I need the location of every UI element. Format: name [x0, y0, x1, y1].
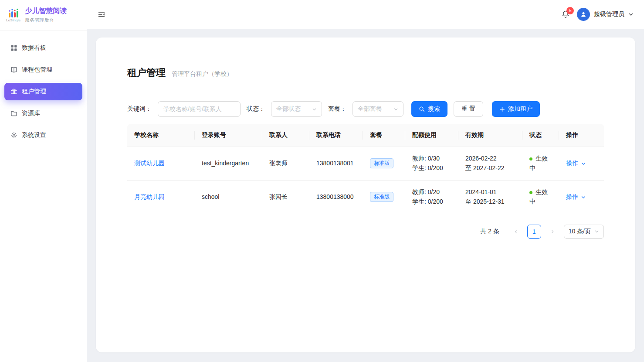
- gear-icon: [10, 132, 17, 139]
- add-tenant-button[interactable]: 添加租户: [492, 101, 540, 117]
- sidebar-menu: 数据看板 课程包管理 租户管理 资源库: [0, 31, 87, 153]
- sidebar-item-course-packages[interactable]: 课程包管理: [4, 61, 82, 79]
- column-header-status: 状态: [522, 124, 559, 147]
- brand-subtitle: 服务管理后台: [25, 17, 67, 24]
- cell-actions: 操作: [559, 147, 604, 180]
- page-number-button[interactable]: 1: [527, 225, 541, 239]
- page-subtitle: 管理平台租户（学校）: [172, 70, 233, 78]
- table-row: 测试幼儿园 test_kindergarten 张老师 13800138001 …: [127, 147, 604, 180]
- school-name-link[interactable]: 月亮幼儿园: [134, 193, 165, 200]
- status-select[interactable]: 全部状态: [271, 101, 322, 117]
- table-row: 月亮幼儿园 school 张园长 13800138000 标准版 教师: 0/2…: [127, 180, 604, 214]
- quota-teacher: 教师: 0/20: [412, 188, 451, 197]
- building-icon: [10, 88, 17, 95]
- book-icon: [10, 66, 17, 73]
- cell-status: 生效中: [522, 180, 559, 214]
- row-actions-dropdown[interactable]: 操作: [566, 192, 586, 202]
- chevron-down-icon: [581, 195, 586, 200]
- sidebar-item-label: 资源库: [22, 109, 40, 117]
- search-button-label: 搜索: [428, 105, 440, 113]
- cell-contact: 张园长: [262, 180, 309, 214]
- school-name-link[interactable]: 测试幼儿园: [134, 160, 165, 167]
- add-tenant-button-label: 添加租户: [508, 105, 532, 113]
- status-badge: 生效中: [529, 188, 548, 205]
- sidebar-item-label: 课程包管理: [22, 66, 52, 74]
- status-badge: 生效中: [529, 155, 548, 171]
- sidebar-item-label: 数据看板: [22, 44, 46, 52]
- tenants-table: 学校名称 登录账号 联系人 联系电话 套餐 配额使用 有效期 状态 操作: [127, 124, 604, 214]
- plus-icon: [499, 106, 505, 112]
- quota-student: 学生: 0/200: [412, 164, 451, 173]
- page-header: 租户管理 管理平台租户（学校）: [127, 66, 604, 79]
- cell-validity: 2024-01-01 至 2025-12-31: [458, 180, 522, 214]
- column-header-quota: 配额使用: [405, 124, 458, 147]
- cell-phone: 13800138001: [309, 147, 363, 180]
- column-header-plan: 套餐: [363, 124, 405, 147]
- cell-school: 测试幼儿园: [127, 147, 195, 180]
- quota-student: 学生: 0/200: [412, 197, 451, 207]
- plan-select[interactable]: 全部套餐: [353, 101, 403, 117]
- chevron-down-icon: [594, 229, 599, 234]
- brand-logo-area: LeSingle 少儿智慧阅读 服务管理后台: [0, 0, 87, 31]
- topbar: 5 超级管理员: [87, 0, 644, 29]
- cell-phone: 13800138000: [309, 180, 363, 214]
- sidebar-item-label: 系统设置: [22, 131, 46, 139]
- pagination: 共 2 条 1 10 条/页: [127, 225, 604, 239]
- next-page-button[interactable]: [546, 225, 559, 239]
- sidebar-collapse-button[interactable]: [98, 10, 105, 18]
- cell-contact: 张老师: [262, 147, 309, 180]
- keyword-input[interactable]: [158, 101, 241, 117]
- valid-to: 至 2025-12-31: [465, 197, 515, 207]
- cell-plan: 标准版: [363, 147, 405, 180]
- plan-label: 套餐：: [328, 105, 346, 113]
- page-size-value: 10 条/页: [569, 228, 591, 236]
- user-menu[interactable]: 超级管理员: [577, 8, 634, 21]
- column-header-actions: 操作: [559, 124, 604, 147]
- chevron-right-icon: [550, 229, 555, 234]
- row-actions-dropdown[interactable]: 操作: [566, 159, 586, 168]
- tenant-management-card: 租户管理 管理平台租户（学校） 关键词： 状态： 全部状态 套餐： 全部套餐: [96, 38, 635, 352]
- cell-account: test_kindergarten: [195, 147, 262, 180]
- keyword-label: 关键词：: [127, 105, 152, 113]
- sidebar-item-settings[interactable]: 系统设置: [4, 126, 82, 144]
- cell-quota: 教师: 0/30 学生: 0/200: [405, 147, 458, 180]
- chevron-down-icon: [581, 161, 586, 166]
- search-icon: [419, 106, 425, 112]
- sidebar-item-tenants[interactable]: 租户管理: [4, 83, 82, 100]
- app-root: LeSingle 少儿智慧阅读 服务管理后台 数据看板 课程包管理: [0, 0, 644, 362]
- search-button[interactable]: 搜索: [411, 101, 447, 117]
- plan-badge: 标准版: [370, 158, 393, 168]
- plan-badge: 标准版: [370, 192, 393, 202]
- sidebar-item-resources[interactable]: 资源库: [4, 105, 82, 122]
- notification-badge: 5: [566, 7, 574, 14]
- prev-page-button[interactable]: [509, 225, 523, 239]
- cell-actions: 操作: [559, 180, 604, 214]
- main-column: 5 超级管理员 租户管理 管理平台租户（学校）: [87, 0, 644, 362]
- cell-school: 月亮幼儿园: [127, 180, 195, 214]
- logo-caption: LeSingle: [6, 18, 21, 22]
- dashboard-icon: [10, 44, 17, 51]
- status-dot: [529, 191, 532, 194]
- cell-validity: 2026-02-22 至 2027-02-22: [458, 147, 522, 180]
- column-header-phone: 联系电话: [309, 124, 363, 147]
- notifications-button[interactable]: 5: [561, 10, 570, 19]
- reset-button[interactable]: 重 置: [454, 101, 483, 117]
- avatar: [577, 8, 590, 21]
- row-actions-label: 操作: [566, 192, 578, 202]
- quota-teacher: 教师: 0/30: [412, 154, 451, 164]
- valid-from: 2024-01-01: [465, 188, 515, 197]
- page-size-select[interactable]: 10 条/页: [564, 225, 604, 239]
- logo-bars-icon: [7, 8, 20, 18]
- cell-quota: 教师: 0/20 学生: 0/200: [405, 180, 458, 214]
- chevron-down-icon: [628, 12, 634, 17]
- status-label: 状态：: [247, 105, 265, 113]
- column-header-validity: 有效期: [458, 124, 522, 147]
- valid-to: 至 2027-02-22: [465, 164, 515, 173]
- content-area: 租户管理 管理平台租户（学校） 关键词： 状态： 全部状态 套餐： 全部套餐: [87, 29, 644, 362]
- sidebar: LeSingle 少儿智慧阅读 服务管理后台 数据看板 课程包管理: [0, 0, 87, 362]
- reset-button-label: 重 置: [461, 105, 475, 113]
- sidebar-item-dashboard[interactable]: 数据看板: [4, 39, 82, 57]
- app-logo: LeSingle: [6, 8, 21, 22]
- pagination-total: 共 2 条: [480, 228, 499, 236]
- status-select-value: 全部状态: [276, 105, 301, 113]
